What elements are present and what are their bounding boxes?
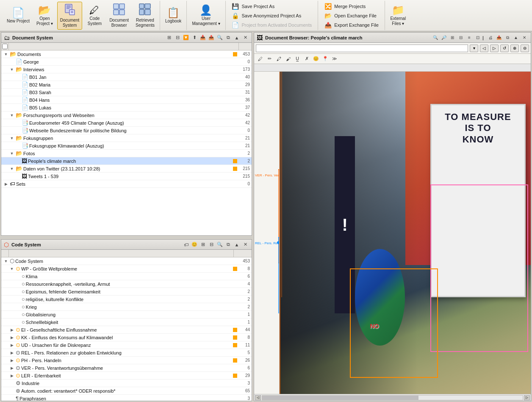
document-system-button[interactable]: DocumentSystem <box>57 2 83 30</box>
db-col-btn[interactable]: ⊟ <box>457 34 465 42</box>
code-tree-row-krieg[interactable]: ○ Krieg 2 <box>1 303 252 311</box>
db-tool-pen3[interactable]: 🖍 <box>274 55 283 63</box>
doc-tree-row-b02-maria[interactable]: 📄 B02 Maria 29 <box>1 81 252 89</box>
db-nav-zoom-out[interactable]: ⊖ <box>521 45 529 52</box>
code-tree-row-ud[interactable]: ▶ ⊙ UD - Ursachen für die Diskrepanz 11 <box>1 341 252 349</box>
cs-btn-1[interactable]: 🏷 <box>182 241 190 248</box>
code-tree-row-ei[interactable]: ▶ ⊙ EI - Gesellschaftliche Einflussnahme… <box>1 326 252 334</box>
code-system-button[interactable]: 🖊 CodeSystem <box>84 2 105 30</box>
code-tree-row-industrie[interactable]: ⚙ Industrie 3 <box>1 380 252 387</box>
doc-tree-row-tweets[interactable]: 🖼 Tweets 1 - 539 215 <box>1 173 252 180</box>
doc-tree-row-fokusgruppen[interactable]: ▼ 📂 Fokusgruppen 21 <box>1 134 252 142</box>
doc-tree-row-george[interactable]: 📄 George 0 <box>1 58 252 66</box>
cs-expander-ver[interactable]: ▶ <box>9 365 15 371</box>
db-search2-btn[interactable]: 🔎 <box>440 34 448 42</box>
cs-expander-kk[interactable]: ▶ <box>9 335 15 341</box>
ds-btn-3[interactable]: 🔽 <box>182 34 190 42</box>
code-tree[interactable]: ▼ ⬡ Code System 453 ▼ ⊙ WP - Größte Welt… <box>1 257 252 401</box>
db-row-btn[interactable]: ≡ <box>466 34 473 42</box>
db-close-btn[interactable]: ✕ <box>521 34 528 42</box>
db-tool-more[interactable]: ≫ <box>330 55 339 63</box>
code-tree-row-ver[interactable]: ▶ ⊙ VER - Pers. Verantwortungsübernahme … <box>1 364 252 372</box>
scroll-left-btn[interactable]: ◁ <box>255 395 261 400</box>
code-tree-row-wp[interactable]: ▼ ⊙ WP - Größte Weltprobleme 8 <box>1 265 252 273</box>
doc-tree-row-forschung[interactable]: ▼ 📂 Forschungsreports und Webseiten 42 <box>1 112 252 119</box>
export-exchange-file-item[interactable]: 📤 Export Exchange File <box>322 21 380 29</box>
doc-tree-row-fokusgruppe-klima[interactable]: 📑 Fokusgruppe Klimawandel (Auszug) 21 <box>1 142 252 150</box>
db-tool-pin[interactable]: 📍 <box>321 55 330 63</box>
merge-projects-item[interactable]: 🔀 Merge Projects <box>322 2 380 11</box>
ds-btn-9[interactable]: ▲ <box>233 34 241 42</box>
db-tool-underline[interactable]: U̲ <box>293 55 302 63</box>
db-tool-pen1[interactable]: 🖊 <box>256 55 264 63</box>
open-exchange-file-item[interactable]: 📂 Open Exchange File <box>322 11 380 20</box>
code-tree-row-rel[interactable]: ▶ ⊙ REL - Pers. Relationen zur globalen … <box>1 349 252 357</box>
cs-search-btn[interactable]: 🔍 <box>216 241 224 248</box>
ds-btn-6[interactable]: 📤 <box>208 34 215 42</box>
db-nav-zoom-in[interactable]: ⊕ <box>510 45 519 52</box>
db-nav-dropdown[interactable]: ▾ <box>470 45 478 52</box>
ds-search-btn[interactable]: 🔍 <box>216 34 224 42</box>
new-project-button[interactable]: 📄 New Project <box>4 2 32 30</box>
db-up-btn[interactable]: ▲ <box>512 34 520 42</box>
expander-fokusgruppen[interactable]: ▼ <box>9 135 15 141</box>
ds-btn-2[interactable]: ⊟ <box>174 34 181 42</box>
doc-tree-row-webseite[interactable]: 📑 Webseite Bundeszentrale für politische… <box>1 127 252 134</box>
doc-tree-row-b03-sarah[interactable]: 📄 B03 Sarah 31 <box>1 89 252 96</box>
ds-select-all-check[interactable] <box>2 44 8 49</box>
retrieved-segments-button[interactable]: RetrievedSegments <box>133 2 157 30</box>
cs-btn-3[interactable]: ⊞ <box>199 241 207 248</box>
doc-tree-row-b01-jan[interactable]: 📄 B01 Jan 40 <box>1 73 252 81</box>
db-tool-emoji[interactable]: 😊 <box>312 55 320 63</box>
doc-tree-row-peoples-climate[interactable]: 🖼 People's climate march 2 <box>1 157 252 165</box>
doc-tree-row-twitter-data[interactable]: ▼ 📂 Daten von Twitter (23.11.2017 10:28)… <box>1 165 252 173</box>
document-browser-content[interactable]: VER - Pers. Verantwor… REL - Pers. Relat… <box>254 72 531 394</box>
ds-close-btn[interactable]: ✕ <box>241 34 249 42</box>
db-nav-forward[interactable]: ▷ <box>490 45 499 52</box>
code-tree-row-schnellebigkeit[interactable]: ○ Schnelllebigkeit 1 <box>1 318 252 326</box>
code-tree-row-autom[interactable]: ⊛ Autom. codiert: verantwort* ODER respo… <box>1 387 252 395</box>
db-nav-back[interactable]: ◁ <box>480 45 488 52</box>
cs-btn-emoji[interactable]: 😊 <box>191 241 198 248</box>
db-grid-btn[interactable]: ⊞ <box>449 34 456 42</box>
db-export-btn[interactable]: 📤 <box>495 34 503 42</box>
doc-tree-row-b04-hans[interactable]: 📄 B04 Hans 36 <box>1 96 252 104</box>
external-files-button[interactable]: 📁 ExternalFiles ▾ <box>388 2 409 30</box>
cs-btn-7[interactable]: ▲ <box>233 241 241 248</box>
ds-btn-8[interactable]: ⧉ <box>224 34 232 42</box>
ds-btn-1[interactable]: ⊞ <box>165 34 173 42</box>
doc-tree-row-sets[interactable]: ▶ 🏷 Sets 0 <box>1 180 252 188</box>
doc-tree-row-b05-lukas[interactable]: 📄 B05 Lukas 37 <box>1 104 252 112</box>
doc-tree-row-eurobarometer[interactable]: 📑 Eurobarometer 459 Climate Change (Ausz… <box>1 119 252 127</box>
expander-forschung[interactable]: ▼ <box>9 112 15 118</box>
code-tree-row-religioes[interactable]: ○ religiöse, kulturelle Konflikte 2 <box>1 296 252 303</box>
expander-twitter-data[interactable]: ▼ <box>9 166 15 172</box>
cs-expander-rel[interactable]: ▶ <box>9 350 15 356</box>
cs-expander-ud[interactable]: ▶ <box>9 342 15 348</box>
db-tool-pen2[interactable]: ✏ <box>265 55 274 63</box>
code-tree-row-ressourcen[interactable]: ○ Ressourcenknappheit, -verteilung, Armu… <box>1 280 252 288</box>
scroll-right-btn[interactable]: ▷ <box>524 395 530 400</box>
doc-tree-row-docs-root[interactable]: ▼ 📂 Documents 453 <box>1 50 252 58</box>
user-management-button[interactable]: 👤 UserManagement ▾ <box>189 2 222 30</box>
code-tree-row-globalisierung[interactable]: ○ Globalisierung 1 <box>1 311 252 318</box>
db-nav-input[interactable] <box>256 45 468 52</box>
cs-expander-ph[interactable]: ▶ <box>9 357 15 363</box>
scrollbar-thumb[interactable] <box>262 396 418 400</box>
code-tree-row-kk[interactable]: ▶ ⊙ KK - Einfluss des Konsums auf Klimaw… <box>1 334 252 341</box>
cs-btn-4[interactable]: ⊟ <box>208 241 215 248</box>
code-tree-row-paraphrasen[interactable]: ¶ Paraphrasen 3 <box>1 395 252 401</box>
cs-expander-wp[interactable]: ▼ <box>9 266 15 272</box>
code-tree-row-klima[interactable]: ○ Klima 6 <box>1 273 252 280</box>
db-tool-highlight[interactable]: 🖌 <box>284 55 292 63</box>
db-window-btn[interactable]: ⧉ <box>504 34 511 42</box>
scrollbar-track[interactable] <box>262 395 523 400</box>
cs-btn-6[interactable]: ⧉ <box>224 241 232 248</box>
doc-tree-row-interviews[interactable]: ▼ 📂 Interviews 173 <box>1 66 252 73</box>
open-project-button[interactable]: 📂 OpenProject ▾ <box>34 2 55 30</box>
db-print-btn[interactable]: 🖨 <box>487 34 494 42</box>
expander-sets[interactable]: ▶ <box>3 181 9 187</box>
document-browser-button[interactable]: DocumentBrowser <box>107 2 131 30</box>
document-tree[interactable]: ▼ 📂 Documents 453 📄 George 0 ▼ 📂 Intervi… <box>1 50 252 235</box>
save-anonymized-item[interactable]: 🔒 Save Anonymized Project As <box>230 11 314 20</box>
